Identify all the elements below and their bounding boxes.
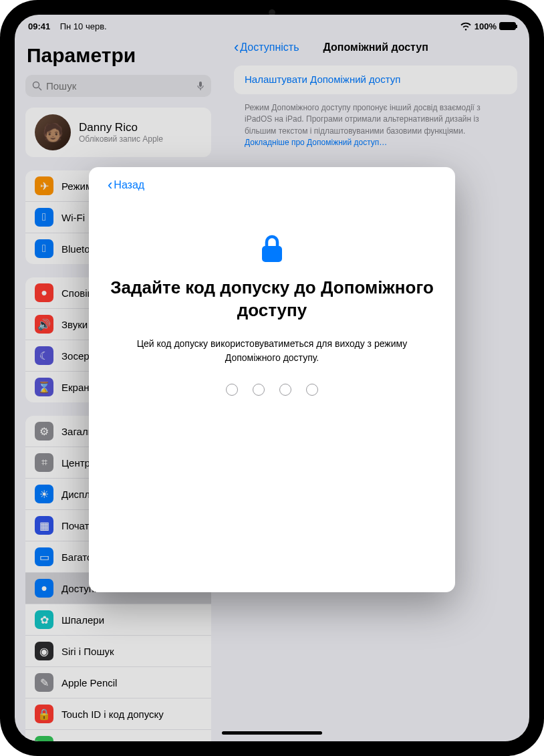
- profile-name: Danny Rico: [79, 121, 163, 134]
- sidebar-item[interactable]: ✿Шпалери: [25, 604, 211, 635]
- app-icon: ✿: [35, 610, 53, 629]
- app-icon: ▦: [35, 516, 53, 535]
- learn-more-link[interactable]: Докладніше про Допоміжний доступ…: [245, 138, 387, 147]
- app-icon: ⌗: [35, 453, 53, 472]
- assistive-description: Режим Допоміжного доступу пропонує інший…: [234, 100, 517, 152]
- search-icon: [32, 81, 42, 91]
- lock-icon: [259, 234, 285, 265]
- setup-assistive-access[interactable]: Налаштувати Допоміжний доступ: [234, 66, 517, 94]
- status-date: Пн 10 черв.: [60, 21, 107, 31]
- back-label: Доступність: [240, 41, 299, 53]
- modal-description: Цей код допуску використовуватиметься дл…: [108, 337, 436, 365]
- chevron-left-icon: ‹: [108, 176, 112, 194]
- detail-title: Допоміжний доступ: [323, 41, 428, 53]
- sidebar-item-label: Siri і Пошук: [61, 646, 114, 657]
- modal-back-label: Назад: [114, 179, 144, 191]
- passcode-dot: [226, 384, 238, 396]
- search-field[interactable]: [25, 75, 211, 97]
- app-icon: 􀙇: [35, 208, 53, 227]
- sidebar-item[interactable]: ▮Акумулятор: [25, 729, 211, 741]
- sidebar-item-label: Apple Pencil: [61, 677, 117, 688]
- sidebar-item-label: Шпалери: [61, 614, 104, 626]
- passcode-dots[interactable]: [108, 384, 436, 396]
- app-icon: ☾: [35, 346, 53, 365]
- svg-point-0: [33, 82, 39, 88]
- app-icon: 􀖀: [35, 239, 53, 258]
- home-indicator[interactable]: [222, 731, 322, 735]
- app-icon: ✎: [35, 673, 53, 692]
- app-icon: ✈︎: [35, 176, 53, 195]
- passcode-dot: [279, 384, 291, 396]
- status-right: 100%: [460, 21, 516, 31]
- search-input[interactable]: [46, 80, 192, 92]
- wifi-icon: [460, 22, 472, 31]
- avatar: 🧑🏽: [35, 114, 71, 150]
- sidebar-item-label: Акумулятор: [61, 740, 116, 742]
- battery-percent: 100%: [474, 21, 497, 31]
- profile-subtitle: Обліковий запис Apple: [79, 134, 163, 144]
- passcode-dot: [253, 384, 265, 396]
- status-time: 09:41: [28, 21, 50, 31]
- modal-back-button[interactable]: ‹ Назад: [108, 176, 436, 194]
- back-button-accessibility[interactable]: ‹ Доступність: [234, 39, 299, 56]
- svg-line-1: [39, 88, 41, 90]
- sidebar-item[interactable]: ✎Apple Pencil: [25, 666, 211, 698]
- profile-card[interactable]: 🧑🏽 Danny Rico Обліковий запис Apple: [25, 108, 211, 157]
- sidebar-item[interactable]: 🔒Touch ID і код допуску: [25, 698, 211, 729]
- screen: 09:41 Пн 10 черв. 100% Параметри 🧑🏽 Dann…: [15, 15, 529, 741]
- app-icon: 🔊: [35, 315, 53, 334]
- app-icon: ▮: [35, 736, 53, 741]
- sidebar-item-label: Wi-Fi: [61, 212, 85, 223]
- passcode-dot: [306, 384, 318, 396]
- app-icon: ▭: [35, 547, 53, 566]
- app-icon: ⌛: [35, 378, 53, 396]
- page-title: Параметри: [27, 44, 210, 67]
- setup-link-label: Налаштувати Допоміжний доступ: [245, 74, 507, 85]
- sidebar-item-label: Touch ID і код допуску: [61, 709, 164, 720]
- mic-icon[interactable]: [196, 81, 205, 92]
- status-bar: 09:41 Пн 10 черв. 100%: [15, 15, 529, 33]
- app-icon: ☀︎: [35, 485, 53, 503]
- sidebar-item[interactable]: ◉Siri і Пошук: [25, 635, 211, 666]
- modal-title: Задайте код допуску до Допоміжного досту…: [108, 277, 436, 322]
- sidebar-item-label: Звуки: [61, 319, 88, 330]
- app-icon: ⚙︎: [35, 422, 53, 440]
- svg-rect-3: [262, 246, 282, 262]
- passcode-modal: ‹ Назад Задайте код допуску до Допоміжно…: [89, 167, 455, 592]
- ipad-frame: 09:41 Пн 10 черв. 100% Параметри 🧑🏽 Dann…: [0, 0, 544, 756]
- status-left: 09:41 Пн 10 черв.: [28, 21, 107, 31]
- app-icon: 🔒: [35, 705, 53, 723]
- chevron-left-icon: ‹: [234, 39, 239, 56]
- svg-rect-2: [199, 82, 202, 87]
- app-icon: ◉: [35, 642, 53, 660]
- app-icon: ●: [35, 579, 53, 598]
- battery-icon: [499, 22, 516, 30]
- app-icon: ●: [35, 283, 53, 302]
